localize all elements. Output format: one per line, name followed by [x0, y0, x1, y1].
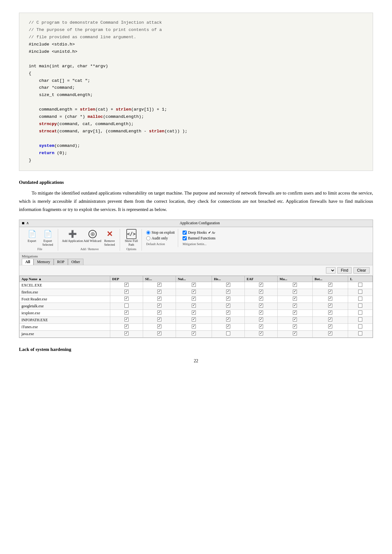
cell-nul[interactable] [176, 296, 212, 303]
checkbox-eaf[interactable] [259, 290, 263, 294]
cell-ma[interactable] [278, 316, 313, 323]
checkbox-nul[interactable] [192, 310, 196, 315]
checkbox-ma[interactable] [293, 290, 297, 294]
checkbox-nul[interactable] [192, 331, 196, 335]
tab-other[interactable]: Other [68, 259, 83, 265]
cell-l[interactable] [348, 323, 373, 330]
checkbox-se[interactable] [157, 297, 161, 301]
cell-ma[interactable] [278, 289, 313, 296]
clear-button[interactable]: Clear [353, 267, 370, 274]
cell-eaf[interactable] [244, 323, 277, 330]
cell-nul[interactable] [176, 310, 212, 316]
checkbox-eaf[interactable] [259, 304, 263, 308]
checkbox-eaf[interactable] [259, 310, 263, 315]
tab-memory[interactable]: Memory [33, 259, 53, 265]
cell-he[interactable] [212, 289, 244, 296]
show-full-path-button[interactable]: </> Show FullPath [124, 229, 139, 247]
cell-nul[interactable] [176, 323, 212, 330]
checkbox-dep[interactable] [124, 310, 129, 315]
checkbox-dep[interactable] [124, 331, 129, 335]
checkbox-ma[interactable] [293, 331, 297, 335]
cell-bot[interactable] [312, 296, 348, 303]
deep-hooks-option[interactable]: Deep Hooks ✔ Ar [183, 230, 215, 235]
cell-se[interactable] [143, 296, 176, 303]
checkbox-bot[interactable] [328, 304, 332, 308]
cell-se[interactable] [143, 330, 176, 337]
cell-eaf[interactable] [244, 330, 277, 337]
tab-rop[interactable]: ROP [54, 259, 68, 265]
checkbox-bot[interactable] [328, 297, 332, 301]
checkbox-nul[interactable] [192, 304, 196, 308]
cell-se[interactable] [143, 303, 176, 310]
checkbox-se[interactable] [157, 317, 161, 322]
checkbox-bot[interactable] [328, 290, 332, 294]
cell-dep[interactable] [110, 316, 143, 323]
cell-nul[interactable] [176, 289, 212, 296]
checkbox-l[interactable] [358, 297, 362, 301]
banned-functions-option[interactable]: Banned Functions [183, 236, 215, 241]
cell-dep[interactable] [110, 323, 143, 330]
find-button[interactable]: Find [337, 267, 352, 274]
cell-l[interactable] [348, 310, 373, 316]
checkbox-dep[interactable] [124, 317, 129, 322]
checkbox-dep[interactable] [124, 290, 129, 294]
find-select[interactable] [326, 267, 335, 274]
cell-se[interactable] [143, 282, 176, 289]
cell-he[interactable] [212, 282, 244, 289]
checkbox-he[interactable] [226, 310, 230, 315]
cell-se[interactable] [143, 316, 176, 323]
cell-bot[interactable] [312, 289, 348, 296]
export-selected-button[interactable]: 📄 ExportSelected [40, 229, 55, 247]
checkbox-ma[interactable] [293, 317, 297, 322]
cell-bot[interactable] [312, 323, 348, 330]
checkbox-se[interactable] [157, 304, 161, 308]
cell-dep[interactable] [110, 303, 143, 310]
cell-bot[interactable] [312, 316, 348, 323]
checkbox-bot[interactable] [328, 331, 332, 335]
cell-eaf[interactable] [244, 316, 277, 323]
cell-l[interactable] [348, 296, 373, 303]
cell-ma[interactable] [278, 296, 313, 303]
cell-ma[interactable] [278, 310, 313, 316]
cell-eaf[interactable] [244, 282, 277, 289]
cell-dep[interactable] [110, 289, 143, 296]
checkbox-he[interactable] [226, 304, 230, 308]
checkbox-dep[interactable] [124, 283, 129, 287]
cell-bot[interactable] [312, 310, 348, 316]
banned-functions-checkbox[interactable] [183, 236, 187, 240]
cell-nul[interactable] [176, 316, 212, 323]
deep-hooks-checkbox[interactable] [183, 231, 187, 235]
tab-all[interactable]: All [22, 259, 33, 265]
cell-dep[interactable] [110, 282, 143, 289]
checkbox-se[interactable] [157, 331, 161, 335]
checkbox-ma[interactable] [293, 324, 297, 328]
cell-eaf[interactable] [244, 296, 277, 303]
checkbox-ma[interactable] [293, 310, 297, 315]
cell-dep[interactable] [110, 310, 143, 316]
checkbox-nul[interactable] [192, 290, 196, 294]
checkbox-ma[interactable] [293, 283, 297, 287]
cell-nul[interactable] [176, 330, 212, 337]
cell-eaf[interactable] [244, 310, 277, 316]
cell-l[interactable] [348, 289, 373, 296]
add-application-button[interactable]: ➕ Add Application [62, 229, 83, 247]
export-button[interactable]: 📄 Export [24, 229, 39, 247]
checkbox-l[interactable] [358, 283, 362, 287]
checkbox-se[interactable] [157, 324, 161, 328]
checkbox-eaf[interactable] [259, 283, 263, 287]
checkbox-eaf[interactable] [259, 317, 263, 322]
cell-eaf[interactable] [244, 303, 277, 310]
cell-ma[interactable] [278, 330, 313, 337]
checkbox-l[interactable] [358, 310, 362, 315]
checkbox-l[interactable] [358, 290, 362, 294]
cell-bot[interactable] [312, 330, 348, 337]
add-wildcard-button[interactable]: ⊕ Add Wildcard [83, 229, 101, 247]
checkbox-l[interactable] [358, 324, 362, 328]
cell-ma[interactable] [278, 282, 313, 289]
cell-he[interactable] [212, 323, 244, 330]
remove-selected-button[interactable]: ✕ RemoveSelected [102, 229, 117, 247]
checkbox-bot[interactable] [328, 317, 332, 322]
checkbox-l[interactable] [358, 304, 362, 308]
panel-caret[interactable]: ∧ [26, 221, 29, 226]
checkbox-bot[interactable] [328, 310, 332, 315]
